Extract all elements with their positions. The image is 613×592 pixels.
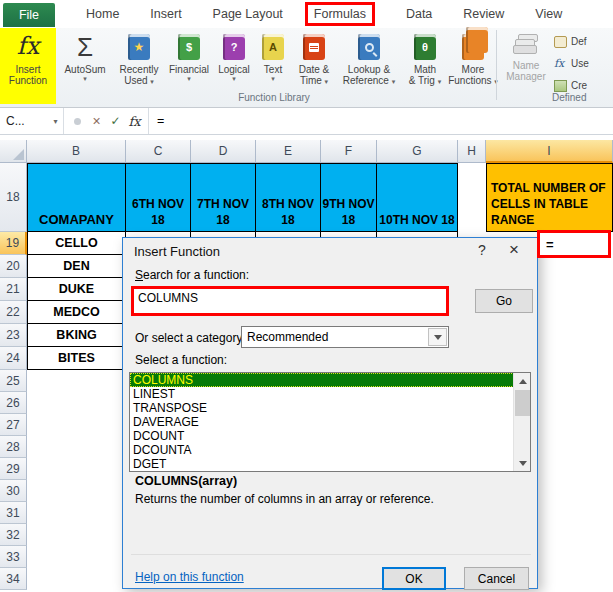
tab-insert[interactable]: Insert (150, 3, 181, 25)
cell-B24[interactable]: BITES (27, 347, 126, 370)
table-header-row: 18 COMAPANY 6TH NOV 18 7TH NOV 18 8TH NO… (0, 163, 613, 232)
category-dropdown[interactable]: Recommended (241, 326, 449, 348)
function-description: Returns the number of columns in an arra… (135, 492, 525, 506)
define-name-label: Def (571, 36, 587, 47)
scrollbar-thumb[interactable] (515, 390, 530, 416)
formula-input[interactable]: = (149, 114, 164, 128)
row-header-30[interactable]: 30 (0, 480, 27, 502)
cancel-icon[interactable]: × (87, 113, 106, 129)
row-header-29[interactable]: 29 (0, 458, 27, 480)
use-in-formula-button[interactable]: fx Use (554, 54, 613, 73)
cell-E18-date[interactable]: 8TH NOV 18 (256, 163, 321, 232)
cell-D18-date[interactable]: 7TH NOV 18 (191, 163, 256, 232)
cell-B21[interactable]: DUKE (27, 278, 126, 301)
name-box[interactable]: C... (0, 108, 48, 134)
col-header-E[interactable]: E (256, 140, 321, 163)
scrollbar[interactable] (513, 373, 530, 471)
cell-G18-date[interactable]: 10TH NOV 18 (377, 163, 458, 232)
function-library-group-label: Function Library (56, 92, 492, 103)
col-header-H[interactable]: H (458, 140, 486, 163)
chevron-down-icon: ▾ (187, 75, 191, 83)
row-header-21[interactable]: 21 (0, 278, 27, 301)
insert-function-icon[interactable]: fx (125, 114, 144, 129)
row-header-31[interactable]: 31 (0, 502, 27, 524)
col-header-I-selected[interactable]: I (486, 140, 613, 163)
fx-small-icon: fx (554, 58, 567, 70)
col-header-C[interactable]: C (126, 140, 191, 163)
lookup-label2: Reference (343, 75, 389, 86)
tab-formulas[interactable]: Formulas (305, 2, 375, 26)
tab-file[interactable]: File (3, 3, 55, 27)
cell-B20[interactable]: DEN (27, 255, 126, 278)
search-function-input[interactable]: COLUMNS (131, 286, 449, 316)
tab-review[interactable]: Review (463, 3, 504, 25)
scroll-down-icon[interactable] (514, 455, 531, 471)
row-header-26[interactable]: 26 (0, 392, 27, 414)
col-header-B[interactable]: B (27, 140, 126, 163)
tab-data[interactable]: Data (406, 3, 432, 25)
function-list-item[interactable]: DCOUNTA (130, 443, 530, 457)
more-functions-label: More (462, 64, 485, 75)
function-signature: COLUMNS(array) (135, 474, 237, 488)
tab-view[interactable]: View (535, 3, 562, 25)
dialog-help-icon[interactable]: ? (473, 242, 491, 258)
row-header-23[interactable]: 23 (0, 324, 27, 347)
name-box-dropdown[interactable]: ▾ (48, 108, 64, 134)
cell-C18-date[interactable]: 6TH NOV 18 (126, 163, 191, 232)
function-list-item[interactable]: DCOUNT (130, 429, 530, 443)
select-all-button[interactable] (0, 140, 27, 163)
dropdown-arrow-icon[interactable] (428, 328, 447, 346)
magnifier-icon (365, 43, 374, 52)
function-list-item[interactable]: TRANSPOSE (130, 401, 530, 415)
name-manager-label: Name (513, 60, 540, 71)
row-header-34[interactable]: 34 (0, 568, 27, 590)
col-header-D[interactable]: D (191, 140, 256, 163)
chevron-down-icon: ▾ (271, 75, 275, 83)
cell-H18[interactable] (458, 163, 486, 232)
row-header-32[interactable]: 32 (0, 524, 27, 546)
cell-B23[interactable]: BKING (27, 324, 126, 347)
cell-I18-total-header[interactable]: TOTAL NUMBER OF CELLS IN TABLE RANGE (486, 163, 613, 232)
insert-function-dialog: Insert Function ? × Search for a functio… (122, 237, 538, 589)
cell-B18-company-header[interactable]: COMAPANY (27, 163, 126, 232)
function-list-item[interactable]: LINEST (130, 387, 530, 401)
ok-button[interactable]: OK (382, 567, 446, 590)
name-manager-button[interactable]: NameManager (500, 30, 552, 102)
ribbon-tab-bar: File Home Insert Page Layout Formulas Da… (0, 0, 613, 28)
tab-home[interactable]: Home (86, 3, 119, 25)
cell-B22[interactable]: MEDCO (27, 301, 126, 324)
define-name-button[interactable]: Def (554, 32, 613, 51)
function-list-item[interactable]: DGET (130, 457, 530, 471)
row-header-27[interactable]: 27 (0, 414, 27, 436)
help-on-function-link[interactable]: Help on this function (135, 570, 244, 584)
cell-B19[interactable]: CELLO (27, 232, 126, 255)
row-header-33[interactable]: 33 (0, 546, 27, 568)
close-icon[interactable]: × (503, 240, 525, 260)
row-header-28[interactable]: 28 (0, 436, 27, 458)
col-header-F[interactable]: F (321, 140, 377, 163)
tab-page-layout[interactable]: Page Layout (213, 3, 283, 25)
row-header-19-selected[interactable]: 19 (0, 232, 27, 255)
row-header-25[interactable]: 25 (0, 370, 27, 392)
enter-icon[interactable]: ✓ (106, 114, 125, 128)
go-button[interactable]: Go (475, 289, 533, 313)
function-list: COLUMNS LINEST TRANSPOSE DAVERAGE DCOUNT… (129, 372, 531, 472)
math-book-icon: θ (414, 34, 436, 60)
insert-function-button[interactable]: fx Insert Function (0, 28, 56, 104)
col-header-G[interactable]: G (377, 140, 458, 163)
function-list-item[interactable]: DAVERAGE (130, 415, 530, 429)
scroll-up-icon[interactable] (514, 373, 531, 389)
row-header-24[interactable]: 24 (0, 347, 27, 370)
cell-I19-formula-highlight[interactable]: = (537, 230, 611, 258)
function-list-item-selected[interactable]: COLUMNS (130, 373, 530, 387)
row-header-22[interactable]: 22 (0, 301, 27, 324)
search-function-label: Search for a function: (135, 268, 249, 282)
chevron-down-icon: ▾ (392, 78, 396, 85)
row-header-20[interactable]: 20 (0, 255, 27, 278)
cell-F18-date[interactable]: 9TH NOV 18 (321, 163, 377, 232)
text-label: Text (264, 64, 282, 75)
calendar-icon (309, 43, 319, 52)
name-manager-icon (513, 34, 539, 56)
cancel-button[interactable]: Cancel (464, 567, 529, 590)
row-header-18[interactable]: 18 (0, 163, 27, 232)
